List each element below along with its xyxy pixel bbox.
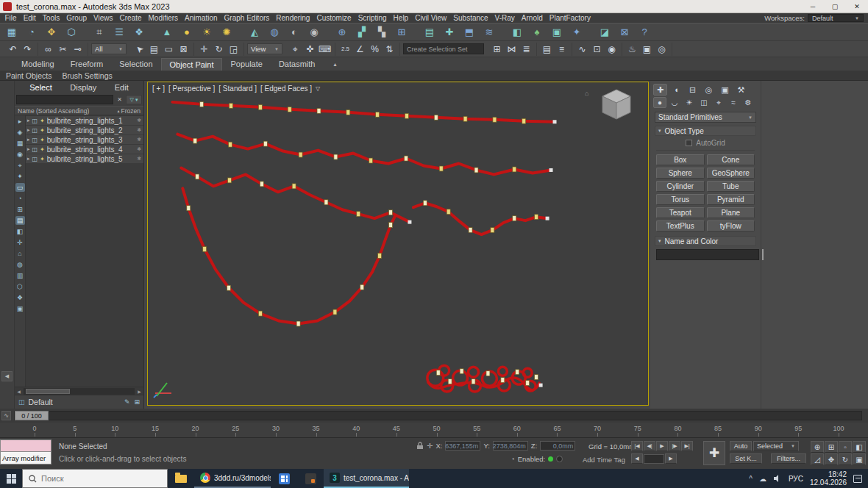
edit-layer-icon[interactable]: ✎ [124, 398, 130, 406]
object-visibility-icon[interactable]: ◫ [32, 156, 38, 162]
select-and-move-icon[interactable]: ✛ [197, 43, 211, 56]
play-button[interactable]: ▶ [656, 441, 668, 451]
3dsmax-taskbar-button[interactable]: 3 test_corona.max - A... [324, 469, 409, 488]
expand-caret-icon[interactable]: ▸ [27, 118, 30, 123]
frozen-toggle-icon[interactable]: ✱ [137, 127, 143, 133]
display-filter-icon-8[interactable]: ◔ [15, 194, 25, 203]
geometry-category[interactable]: ● [653, 97, 666, 108]
bind-to-spacewarp-icon[interactable]: ⊸ [71, 43, 85, 56]
modify-tab[interactable]: ◖ [669, 84, 683, 96]
sun-icon[interactable]: ☀ [198, 24, 216, 40]
cone-icon[interactable]: ▲ [158, 24, 176, 40]
orbit-icon[interactable]: ↻ [839, 453, 852, 465]
scene-info-icon[interactable]: ◔ [23, 24, 40, 40]
home-icon[interactable]: ⌂ [585, 90, 588, 97]
toolbar-icon-16[interactable]: ⊕ [333, 24, 351, 40]
display-filter-icon-4[interactable]: ◉ [15, 150, 25, 159]
object-name[interactable]: bulbrite_string_lights_1 [47, 117, 135, 125]
render-production-icon[interactable]: ◎ [655, 43, 669, 56]
object-name[interactable]: bulbrite_string_lights_4 [47, 146, 135, 154]
primitive-button-plane[interactable]: Plane [707, 207, 755, 218]
scene-explorer-toggle-icon[interactable]: ▤ [540, 43, 554, 56]
viewcube[interactable]: ⌂ [585, 87, 636, 122]
display-tab[interactable]: ▣ [718, 84, 732, 96]
set-key-button[interactable]: Set K... [730, 453, 762, 464]
display-filter-icon-14[interactable]: ◍ [15, 260, 25, 269]
display-filter-icon-3[interactable]: ▦ [15, 139, 25, 148]
menu-civil-view[interactable]: Civil View [412, 13, 450, 23]
pan-hand-icon[interactable]: ✥ [43, 24, 60, 40]
explorer-row[interactable]: ▸◫✦bulbrite_string_lights_4✱ [26, 145, 143, 154]
explorer-tab-display[interactable]: Display [70, 83, 96, 92]
open-mini-curve-editor-button[interactable]: ∿ [1, 411, 11, 420]
explorer-row[interactable]: ▸◫✦bulbrite_string_lights_5✱ [26, 154, 143, 163]
schematic-view-icon[interactable]: ⊡ [590, 43, 604, 56]
speaker-icon[interactable] [773, 475, 782, 482]
shapes-category[interactable]: ◡ [668, 97, 681, 108]
menu-edit[interactable]: Edit [20, 13, 39, 23]
explorer-row[interactable]: ▸◫✦bulbrite_string_lights_2✱ [26, 126, 143, 134]
add-time-tag[interactable]: Add Time Tag [583, 456, 625, 464]
name-color-rollout-header[interactable]: ▾ Name and Color [655, 236, 756, 246]
toolbar-icon-12[interactable]: ◭ [246, 24, 263, 40]
frozen-toggle-icon[interactable]: ✱ [137, 137, 143, 143]
primitive-type-dropdown[interactable]: Standard Primitives ▼ [655, 112, 756, 123]
selection-filter-dropdown[interactable]: All▼ [91, 43, 127, 54]
go-to-start-button[interactable]: |◀ [631, 441, 643, 451]
help-icon[interactable]: ? [636, 24, 653, 40]
explorer-tab-select[interactable]: Select [29, 83, 52, 92]
viewcube-cube[interactable] [597, 87, 636, 122]
viewport-layouts-icon[interactable]: ▦ [3, 24, 21, 40]
display-filter-icon-18[interactable]: ▣ [15, 304, 25, 313]
toolbar-icon-30[interactable]: ⊠ [616, 24, 633, 40]
menu-customize[interactable]: Customize [313, 13, 355, 23]
expand-caret-icon[interactable]: ▸ [27, 146, 30, 152]
toolbar-icon-11[interactable]: ✺ [218, 24, 235, 40]
minimize-button[interactable]: ─ [802, 0, 824, 12]
tray-expand-icon[interactable]: ^ [749, 475, 753, 483]
menu-plantfactory[interactable]: PlantFactory [546, 13, 594, 23]
ribbon-tab-populate[interactable]: Populate [222, 58, 270, 71]
rendered-frame-icon[interactable]: ▣ [640, 43, 654, 56]
utilities-tab[interactable]: ⚒ [734, 84, 748, 96]
display-filter-icon-10[interactable]: ▤ [15, 216, 25, 225]
active-layer-label[interactable]: Default [29, 398, 53, 406]
display-filter-icon-9[interactable]: ⊞ [15, 205, 25, 214]
y-coordinate-field[interactable]: 2738,804m [493, 441, 528, 451]
toolbar-icon-15[interactable]: ◉ [305, 24, 323, 40]
hscroll-thumb[interactable] [26, 389, 70, 394]
sphere-icon[interactable]: ● [178, 24, 196, 40]
explorer-hscrollbar[interactable]: ◀ ▶ [15, 387, 143, 395]
toolbar-icon-13[interactable]: ◍ [266, 24, 283, 40]
percent-snap-icon[interactable]: % [368, 43, 382, 56]
expand-caret-icon[interactable]: ▸ [27, 156, 30, 162]
spacewarps-category[interactable]: ≈ [727, 97, 740, 108]
reference-coordinate-dropdown[interactable]: View▼ [247, 43, 282, 54]
maximize-button[interactable]: ▢ [824, 0, 846, 12]
menu-substance[interactable]: Substance [450, 13, 491, 23]
spinner-snap-icon[interactable]: ⇅ [383, 43, 396, 56]
viewport-edged-faces-menu[interactable]: [ Edged Faces ] [260, 85, 312, 93]
snaps-toggle-icon[interactable]: 2.5 [338, 43, 352, 56]
viewport-filter-icon[interactable]: ▽ [316, 85, 320, 92]
go-to-end-button[interactable]: ▶| [681, 441, 693, 451]
align-icon[interactable]: ≣ [519, 43, 533, 56]
use-pivot-center-icon[interactable]: ⌖ [288, 43, 302, 56]
light-string-wire[interactable] [177, 134, 551, 175]
layer-explorer-toggle-icon[interactable]: ≡ [555, 43, 569, 56]
frozen-toggle-icon[interactable]: ✱ [137, 156, 143, 162]
collapse-panel-button[interactable]: ◀ [1, 371, 13, 381]
primitive-button-tube[interactable]: Tube [707, 181, 755, 192]
object-visibility-icon[interactable]: ◫ [32, 146, 38, 153]
menu-create[interactable]: Create [116, 13, 145, 23]
object-name[interactable]: bulbrite_string_lights_2 [47, 126, 135, 134]
explorer-search-input[interactable] [16, 95, 113, 104]
document-icon[interactable]: ▤ [421, 24, 438, 40]
explorer-row[interactable]: ▸◫✦bulbrite_string_lights_1✱ [26, 116, 143, 125]
primitive-button-pyramid[interactable]: Pyramid [707, 194, 755, 205]
previous-frame-button[interactable]: ◀| [644, 441, 655, 451]
clear-search-icon[interactable]: ✕ [115, 95, 124, 104]
select-and-manipulate-icon[interactable]: ✜ [303, 43, 317, 56]
helpers-category[interactable]: ⌖ [712, 97, 725, 108]
display-filter-icon-11[interactable]: ◧ [15, 227, 25, 236]
